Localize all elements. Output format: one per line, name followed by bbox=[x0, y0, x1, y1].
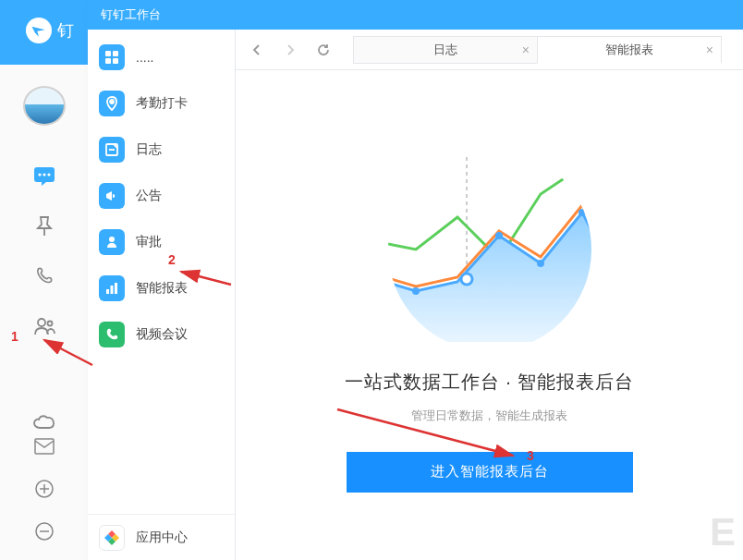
app-center-icon bbox=[99, 525, 125, 551]
svg-point-31 bbox=[461, 274, 472, 285]
add-icon[interactable] bbox=[32, 477, 56, 501]
close-icon[interactable]: × bbox=[706, 43, 713, 57]
tab-smart-report[interactable]: 智能报表 × bbox=[537, 36, 722, 64]
svg-rect-15 bbox=[105, 58, 111, 64]
cloud-icon[interactable] bbox=[32, 410, 56, 434]
svg-line-33 bbox=[181, 272, 231, 285]
panel-item-grid[interactable]: ..... bbox=[88, 34, 235, 80]
brand: 钉 bbox=[0, 0, 88, 60]
minus-icon[interactable] bbox=[32, 519, 56, 543]
panel-list: ..... 考勤打卡 日志 公告 审批 bbox=[88, 34, 235, 358]
tab-journal[interactable]: 日志 × bbox=[353, 36, 538, 64]
svg-point-2 bbox=[43, 173, 45, 176]
svg-rect-7 bbox=[35, 439, 54, 454]
svg-point-6 bbox=[47, 322, 52, 326]
panel-title-text: 钉钉工作台 bbox=[101, 6, 161, 23]
svg-point-5 bbox=[38, 319, 45, 326]
main-body: 一站式数据工作台 · 智能报表后台 管理日常数据，智能生成报表 进入智能报表后台 bbox=[236, 70, 743, 560]
svg-point-28 bbox=[537, 260, 544, 267]
panel-item-label: 考勤打卡 bbox=[136, 95, 188, 112]
svg-rect-13 bbox=[105, 51, 111, 56]
user-check-icon bbox=[99, 229, 125, 255]
svg-rect-21 bbox=[106, 289, 109, 294]
forward-button[interactable] bbox=[276, 36, 304, 64]
svg-line-32 bbox=[44, 340, 92, 365]
svg-point-27 bbox=[495, 232, 503, 239]
chart-illustration bbox=[351, 139, 628, 342]
panel-item-label: 公告 bbox=[136, 188, 162, 204]
tab-label: 智能报表 bbox=[605, 42, 653, 58]
tabs: 日志 × 智能报表 × bbox=[354, 36, 736, 64]
panel-item-label: 视频会议 bbox=[136, 326, 188, 343]
svg-point-17 bbox=[110, 100, 114, 103]
panel-item-label: ..... bbox=[136, 50, 153, 65]
back-button[interactable] bbox=[243, 36, 271, 64]
bar-chart-icon bbox=[99, 275, 125, 301]
panel-item-label: 日志 bbox=[136, 141, 162, 158]
svg-point-20 bbox=[109, 237, 115, 242]
svg-point-30 bbox=[620, 287, 627, 295]
left-rail: 钉 bbox=[0, 0, 88, 560]
rail-bottom bbox=[32, 434, 56, 560]
calls-icon[interactable] bbox=[32, 264, 56, 288]
svg-point-3 bbox=[47, 173, 50, 176]
brand-text: 钉 bbox=[57, 19, 74, 42]
megaphone-icon bbox=[99, 183, 125, 209]
svg-point-29 bbox=[579, 209, 586, 216]
mail-icon[interactable] bbox=[32, 434, 56, 458]
svg-rect-16 bbox=[113, 58, 118, 64]
tab-label: 日志 bbox=[433, 42, 457, 58]
toolbar: 日志 × 智能报表 × bbox=[236, 30, 743, 70]
svg-line-34 bbox=[337, 409, 513, 456]
panel-footer-label: 应用中心 bbox=[136, 530, 188, 546]
arrow-1-icon bbox=[37, 333, 102, 370]
dingtalk-logo-icon bbox=[26, 18, 52, 43]
svg-rect-23 bbox=[115, 283, 117, 294]
chat-icon[interactable] bbox=[32, 164, 56, 189]
svg-point-1 bbox=[38, 173, 41, 176]
headline: 一站式数据工作台 · 智能报表后台 bbox=[345, 370, 635, 395]
panel-footer-app-center[interactable]: 应用中心 bbox=[88, 514, 235, 560]
refresh-button[interactable] bbox=[310, 36, 337, 64]
svg-rect-14 bbox=[113, 51, 118, 56]
pin-icon[interactable] bbox=[32, 214, 56, 238]
rail-icons bbox=[32, 164, 56, 434]
grid-icon bbox=[99, 44, 125, 70]
location-icon bbox=[99, 91, 125, 116]
arrow-2-icon bbox=[176, 266, 240, 294]
panel-item-approval[interactable]: 审批 bbox=[88, 219, 235, 265]
arrow-3-icon bbox=[333, 405, 527, 469]
svg-rect-22 bbox=[111, 286, 114, 294]
panel-item-journal[interactable]: 日志 bbox=[88, 127, 235, 173]
panel-item-announcement[interactable]: 公告 bbox=[88, 173, 235, 219]
svg-point-26 bbox=[412, 287, 420, 295]
content: 日志 × 智能报表 × bbox=[236, 30, 743, 560]
panel-item-label: 审批 bbox=[136, 234, 162, 250]
panel-item-video-meeting[interactable]: 视频会议 bbox=[88, 311, 235, 358]
panel-item-attendance[interactable]: 考勤打卡 bbox=[88, 80, 235, 127]
phone-icon bbox=[99, 322, 125, 347]
close-icon[interactable]: × bbox=[522, 43, 530, 57]
note-icon bbox=[99, 137, 125, 163]
panel-title: 钉钉工作台 bbox=[88, 0, 743, 30]
avatar[interactable] bbox=[23, 86, 66, 126]
